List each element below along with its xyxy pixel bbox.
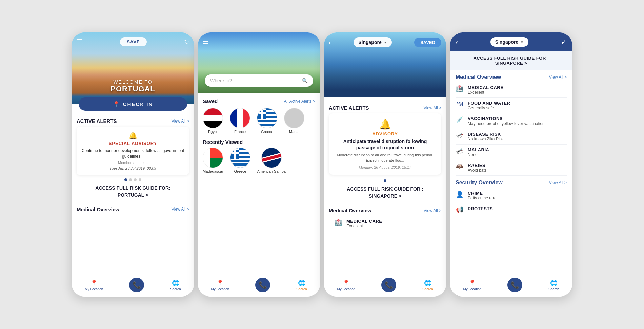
s3-nav-phone[interactable]: 📞 (381, 278, 396, 292)
s4-food-water-item: 🍽 FOOD AND WATER Generally safe (450, 98, 572, 113)
s3-nav-my-location[interactable]: 📍 My Location (337, 279, 355, 291)
s4-nav-search[interactable]: 🌐 Search (548, 279, 559, 291)
s4-phone-circle: 📞 (507, 278, 522, 292)
flag-greece (257, 108, 277, 128)
s3-view-all-link[interactable]: View All > (424, 106, 441, 110)
s4-crime-label: CRIME (468, 191, 567, 196)
location-nav-icon: 📍 (90, 279, 98, 287)
saved-country-greece[interactable]: Greece (257, 108, 277, 134)
s4-disease-risk-item: 🦟 DISEASE RISK No known Zika Risk (450, 129, 572, 144)
s2-nav-location-label: My Location (211, 287, 229, 291)
s3-saved-button[interactable]: SAVED (414, 38, 441, 47)
s4-food-water-value: Generally safe (468, 106, 567, 110)
saved-title: Saved (203, 98, 218, 104)
dot-3 (134, 178, 137, 181)
s4-malaria-icon: 🦟 (456, 147, 464, 155)
s4-crime-value: Petty crime rare (468, 196, 567, 200)
nav-my-location[interactable]: 📍 My Location (85, 279, 103, 291)
s2-nav-search-label: Search (296, 287, 307, 291)
s2-nav-phone[interactable]: 📞 (255, 278, 270, 292)
view-all-alerts-link[interactable]: View All > (172, 119, 189, 124)
mac-label: Mac... (289, 130, 299, 134)
s4-disease-risk-value: No known Zika Risk (468, 137, 567, 141)
s4-back-button[interactable]: ‹ (456, 38, 458, 46)
search-bar[interactable]: Where to? 🔍 (205, 74, 313, 87)
alert-date: Tuesday, 23 Jul 2019, 08:09 (81, 166, 184, 170)
s3-risk-guide-link[interactable]: ACCESS FULL RISK GUIDE FOR : SINGAPORE > (329, 185, 441, 200)
s3-medical-care-value: Excellent (346, 224, 436, 228)
egypt-label: Egypt (208, 130, 218, 134)
screen-singapore-alerts: ‹ Singapore ▼ SAVED ACTIVE ALERTS View A… (324, 32, 446, 297)
s2-phone-circle: 📞 (255, 278, 270, 292)
s3-medical-care-icon: 🏥 (334, 219, 342, 226)
recent-country-madagascar[interactable]: Madagascar (203, 148, 223, 173)
s4-nav-phone[interactable]: 📞 (507, 278, 522, 292)
s4-malaria-value: None (468, 152, 567, 157)
s3-nav-location-label: My Location (337, 287, 355, 291)
s4-view-all-security[interactable]: View All > (549, 180, 567, 185)
s4-protests-item: 📢 PROTESTS (450, 203, 572, 216)
s3-dropdown-arrow-icon: ▼ (384, 41, 387, 44)
all-active-alerts-link[interactable]: All Active Alerts > (284, 99, 315, 104)
flag-madagascar (203, 148, 223, 168)
s3-location-icon: 📍 (342, 279, 350, 287)
s4-nav-location-label: My Location (463, 287, 481, 291)
recently-viewed-header: Recently Viewed (203, 139, 315, 145)
view-all-medical-link[interactable]: View All > (172, 207, 189, 212)
screens-container: ☰ SAVE ↻ WELCOME TO PORTUGAL 📍 CHECK IN … (65, 26, 579, 303)
s4-top-bar: ‹ Singapore ▼ ✓ (450, 32, 572, 51)
checkin-label: CHECK IN (123, 101, 153, 107)
s1-hero-overlay: WELCOME TO PORTUGAL (72, 79, 194, 93)
hamburger-icon[interactable]: ☰ (77, 38, 83, 46)
recent-country-samoa[interactable]: American Samoa (257, 148, 286, 173)
risk-guide-link[interactable]: ACCESS FULL RISK GUIDE FOR: PORTUGAL > (77, 184, 189, 199)
medical-title: Medical Overview (77, 206, 119, 212)
advisory-desc: Moderate disruption to air and rail trav… (334, 153, 436, 163)
s4-protests-label: PROTESTS (468, 206, 567, 211)
s3-medical-title: Medical Overview (329, 207, 371, 213)
s1-hero: ☰ SAVE ↻ WELCOME TO PORTUGAL (72, 32, 194, 104)
s3-nav-search-label: Search (422, 287, 433, 291)
s4-access-risk-line1: ACCESS FULL RISK GUIDE FOR : (456, 56, 567, 61)
s3-back-button[interactable]: ‹ (329, 39, 331, 46)
save-button[interactable]: SAVE (120, 37, 146, 46)
s3-location-pill[interactable]: Singapore ▼ (354, 37, 391, 47)
saved-country-france[interactable]: France (230, 108, 250, 134)
nav-search-label: Search (170, 287, 181, 291)
s4-nav-search-label: Search (548, 287, 559, 291)
s4-disease-risk-icon: 🦟 (456, 132, 464, 139)
divider (77, 203, 189, 203)
s4-view-all-medical[interactable]: View All > (549, 75, 567, 80)
s2-nav-my-location[interactable]: 📍 My Location (211, 279, 229, 291)
s3-nav-search[interactable]: 🌐 Search (422, 279, 433, 291)
screen-singapore-risk: ‹ Singapore ▼ ✓ ACCESS FULL RISK GUIDE F… (450, 32, 572, 297)
madagascar-label: Madagascar (203, 169, 223, 173)
s3-hero: ‹ Singapore ▼ SAVED (324, 32, 446, 97)
saved-header: Saved All Active Alerts > (203, 98, 315, 104)
s4-nav-my-location[interactable]: 📍 My Location (463, 279, 481, 291)
s2-nav-search[interactable]: 🌐 Search (296, 279, 307, 291)
s3-risk-guide-line1: ACCESS FULL RISK GUIDE FOR : (329, 185, 441, 193)
s4-vaccinations-label: VACCINATIONS (468, 116, 567, 121)
s4-bottom-nav: 📍 My Location 📞 🌐 Search (450, 275, 572, 297)
checkin-bar[interactable]: 📍 CHECK IN (79, 97, 187, 111)
recent-country-greece[interactable]: Greece (230, 148, 250, 173)
flag-mac (284, 108, 304, 128)
s2-hamburger-icon[interactable]: ☰ (203, 38, 209, 45)
nav-search[interactable]: 🌐 Search (170, 279, 181, 291)
carousel-dots (77, 178, 189, 181)
medical-header: Medical Overview View All > (77, 206, 189, 212)
s4-access-risk-header[interactable]: ACCESS FULL RISK GUIDE FOR : SINGAPORE > (450, 51, 572, 70)
s1-content: ACTIVE ALERTS View All > 🔔 SPECIAL ADVIS… (72, 111, 194, 275)
s4-location-pill[interactable]: Singapore ▼ (490, 37, 528, 47)
s4-crime-item: 👤 CRIME Petty crime rare (450, 188, 572, 203)
refresh-icon[interactable]: ↻ (184, 38, 189, 46)
dot-1 (124, 178, 127, 181)
risk-guide-line2: PORTUGAL > (77, 192, 189, 199)
s3-view-all-medical[interactable]: View All > (424, 208, 441, 213)
nav-phone[interactable]: 📞 (129, 278, 144, 292)
saved-country-mac[interactable]: Mac... (284, 108, 304, 134)
saved-country-egypt[interactable]: Egypt (203, 108, 223, 134)
s4-content: Medical Overview View All > 🏥 MEDICAL CA… (450, 70, 572, 275)
s4-disease-risk-label: DISEASE RISK (468, 132, 567, 137)
